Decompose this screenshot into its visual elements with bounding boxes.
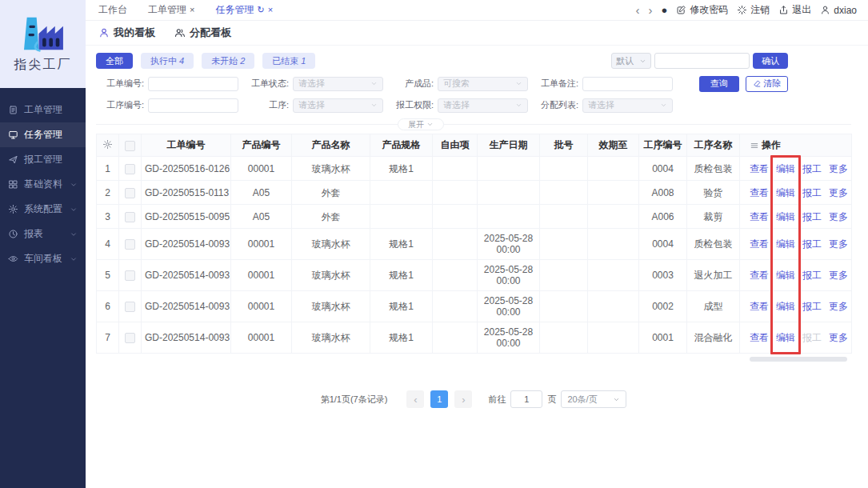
edit-link[interactable]: 编辑	[776, 211, 795, 222]
view-link[interactable]: 查看	[750, 211, 769, 222]
row-checkbox[interactable]	[125, 212, 135, 222]
sidebar-item-reports[interactable]: 报表	[0, 222, 86, 246]
filter-input-process-no[interactable]	[148, 98, 238, 113]
board-tab-assign-board[interactable]: 分配看板	[174, 26, 231, 40]
more-link[interactable]: 更多	[829, 211, 848, 222]
row-checkbox[interactable]	[125, 239, 135, 250]
more-link[interactable]: 更多	[829, 332, 848, 343]
view-link[interactable]: 查看	[750, 332, 769, 343]
edit-link[interactable]: 编辑	[776, 187, 795, 198]
next-page-button[interactable]: ›	[454, 390, 472, 408]
report-link[interactable]: 报工	[802, 211, 822, 222]
row-index: 1	[97, 157, 119, 181]
history-forward-icon[interactable]: ›	[648, 4, 652, 16]
view-link[interactable]: 查看	[750, 163, 769, 174]
table-cell: 玻璃水杯	[292, 229, 370, 260]
row-checkbox-cell	[119, 260, 142, 291]
view-link[interactable]: 查看	[750, 238, 769, 250]
topbar-action-change-password[interactable]: 修改密码	[676, 3, 728, 17]
filter-input-order-remark[interactable]	[582, 77, 673, 91]
cell-value: 00001	[248, 270, 274, 281]
window-tab-tasks[interactable]: 任务管理↻×	[215, 3, 273, 17]
report-link[interactable]: 报工	[802, 270, 822, 281]
chip-label: 未开始	[211, 56, 238, 66]
more-link[interactable]: 更多	[829, 187, 848, 198]
topbar-action-deregister[interactable]: 注销	[737, 3, 770, 17]
sidebar-item-work-order-mgmt[interactable]: 工单管理	[0, 98, 86, 122]
sidebar-item-system-config[interactable]: 系统配置	[0, 197, 86, 222]
prev-page-button[interactable]: ‹	[406, 390, 424, 408]
edit-link[interactable]: 编辑	[776, 270, 795, 281]
edit-link[interactable]: 编辑	[776, 332, 795, 343]
cell-value: 2025-05-28 00:00	[484, 233, 533, 255]
goto-page-input[interactable]	[510, 390, 542, 408]
row-actions: 查看编辑报工更多	[740, 205, 852, 229]
filter-input-order-no[interactable]	[148, 77, 238, 91]
search-button[interactable]: 查询	[699, 76, 739, 92]
more-link[interactable]: 更多	[829, 238, 848, 250]
column-settings-header[interactable]	[97, 134, 119, 157]
table-cell: GD-20250515-0113	[142, 181, 231, 205]
topbar-action-exit[interactable]: 退出	[778, 3, 811, 17]
board-tab-my-board[interactable]: 我的看板	[98, 26, 155, 40]
status-chip-2[interactable]: 未开始2	[202, 53, 254, 69]
clear-button[interactable]: 清除	[746, 76, 788, 92]
goto-label: 前往	[488, 394, 506, 406]
filter-select-order-status[interactable]: 请选择	[293, 77, 383, 91]
more-link[interactable]: 更多	[829, 163, 848, 174]
window-tab-work-orders[interactable]: 工单管理×	[148, 3, 194, 17]
edit-link[interactable]: 编辑	[776, 301, 795, 312]
preset-name-input[interactable]	[654, 53, 750, 69]
page-size-select[interactable]: 20条/页	[561, 390, 626, 408]
view-link[interactable]: 查看	[750, 270, 769, 281]
sidebar-item-task-mgmt[interactable]: 任务管理	[0, 122, 86, 147]
table-cell: 00001	[231, 157, 292, 181]
sidebar-item-base-data[interactable]: 基础资料	[0, 172, 86, 197]
horizontal-scrollbar-thumb[interactable]	[750, 357, 847, 362]
close-icon[interactable]: ×	[268, 6, 273, 14]
filter-select-process[interactable]: 请选择	[293, 98, 383, 113]
filter-field-assign-list: 分配列表:请选择	[530, 98, 675, 113]
edit-link[interactable]: 编辑	[776, 163, 795, 174]
row-checkbox[interactable]	[125, 302, 135, 312]
expand-button[interactable]: 展开	[398, 118, 444, 130]
grid-icon	[8, 179, 18, 190]
view-link[interactable]: 查看	[750, 187, 769, 198]
status-chip-0[interactable]: 全部	[96, 53, 133, 69]
window-tab-workbench[interactable]: 工作台	[98, 3, 127, 17]
topbar-action-user[interactable]: dxiao	[820, 5, 857, 16]
confirm-button[interactable]: 确认	[753, 53, 788, 69]
table-cell: 2025-05-28 00:00	[478, 291, 540, 322]
table-cell	[433, 181, 478, 205]
sidebar-item-label: 报表	[24, 227, 43, 241]
report-link[interactable]: 报工	[802, 187, 822, 198]
page-number-button[interactable]: 1	[430, 390, 448, 408]
theme-circle-icon[interactable]: ●	[661, 5, 667, 15]
row-checkbox[interactable]	[125, 270, 135, 281]
select-all-checkbox[interactable]	[125, 141, 135, 151]
row-checkbox[interactable]	[125, 333, 135, 343]
filter-select-report-permission[interactable]: 请选择	[438, 98, 528, 113]
status-chip-3[interactable]: 已结束1	[262, 53, 315, 69]
view-link[interactable]: 查看	[750, 301, 769, 312]
edit-link[interactable]: 编辑	[776, 238, 795, 250]
row-actions: 查看编辑报工更多	[740, 322, 852, 354]
more-link[interactable]: 更多	[829, 301, 848, 312]
report-link[interactable]: 报工	[802, 301, 822, 312]
preset-select[interactable]: 默认	[611, 53, 651, 69]
row-checkbox[interactable]	[125, 164, 135, 174]
report-link[interactable]: 报工	[802, 163, 822, 174]
row-checkbox[interactable]	[125, 188, 135, 198]
table-cell: 2025-05-28 00:00	[478, 229, 540, 260]
sidebar-item-workshop-board[interactable]: 车间看板	[0, 246, 86, 271]
status-chip-1[interactable]: 执行中4	[141, 53, 194, 69]
sidebar-item-report-mgmt[interactable]: 报工管理	[0, 147, 86, 172]
filter-select-product[interactable]: 可搜索	[438, 77, 528, 91]
refresh-icon[interactable]: ↻	[257, 6, 264, 14]
more-link[interactable]: 更多	[829, 270, 848, 281]
table-cell	[433, 205, 478, 229]
close-icon[interactable]: ×	[190, 6, 194, 14]
filter-select-assign-list[interactable]: 请选择	[582, 98, 673, 113]
report-link[interactable]: 报工	[802, 238, 822, 250]
history-back-icon[interactable]: ‹	[635, 4, 639, 16]
